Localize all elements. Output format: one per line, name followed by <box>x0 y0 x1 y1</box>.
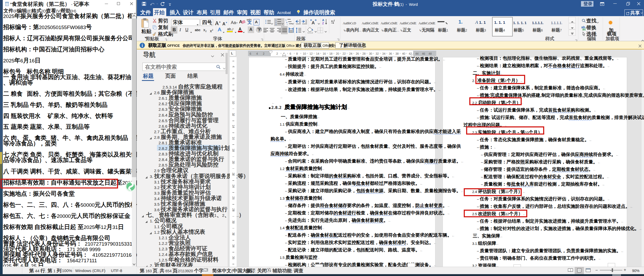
svg-text:Z: Z <box>322 22 324 25</box>
svg-text:A: A <box>322 19 324 22</box>
svg-text:A: A <box>312 20 315 25</box>
svg-text:?: ? <box>270 270 271 273</box>
